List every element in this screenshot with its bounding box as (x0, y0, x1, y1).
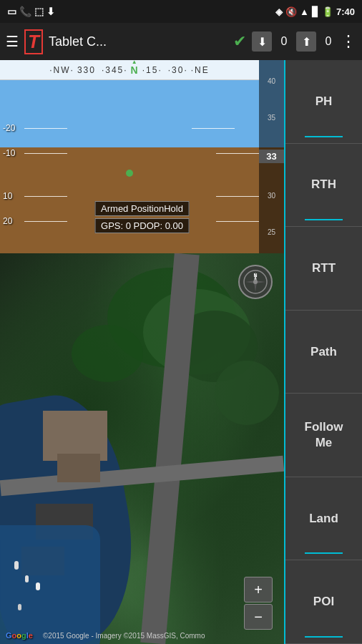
down-counter: 0 (278, 35, 290, 48)
compass-15: ·15· (142, 65, 162, 75)
google-g: G (6, 631, 12, 640)
mode-poi-button[interactable]: POI (285, 560, 362, 644)
status-icons-right: ◈ 🔇 ▲ ▊ 🔋 7:40 (275, 6, 355, 17)
up-counter: 0 (322, 35, 335, 48)
pitch-pos20-bar-right (216, 221, 259, 222)
battery-icon: 🔋 (322, 6, 333, 17)
pitch-neg20-bar-left (24, 128, 67, 129)
google-e: e (29, 631, 33, 640)
title-controls: ✔ ⬇ 0 ⬆ 0 ⋮ (233, 31, 356, 52)
status-icons-left: ▭ 📞 ⬚ ⬇ (7, 6, 55, 17)
right-panel: PH RTH RTT Path FollowMe Land POI (284, 60, 362, 644)
boat-1 (14, 561, 19, 570)
pitch-pos10-bar-right (216, 196, 259, 197)
boat-2 (25, 575, 29, 582)
zoom-controls: + − (244, 577, 273, 630)
more-options-button[interactable]: ⋮ (341, 32, 356, 51)
download-icon: ⬇ (47, 6, 55, 17)
upload-button[interactable]: ⬆ (296, 31, 316, 52)
rth-underline (305, 219, 343, 220)
pitch-neg20-bar-right (192, 128, 235, 129)
mode-ph-label: PH (315, 94, 333, 109)
download-button[interactable]: ⬇ (252, 31, 272, 52)
pitch-pos10-bar-left (24, 196, 67, 197)
pitch-neg10-label: -10 (3, 148, 21, 158)
land-underline (305, 552, 343, 554)
tree-cluster-5 (215, 361, 279, 425)
alt-current: 33 (259, 150, 284, 163)
mode-follow-me-button[interactable]: FollowMe (285, 394, 362, 477)
pitch-neg10-bar-left (24, 153, 67, 154)
tree-cluster-4 (72, 325, 143, 382)
mode-land-label: Land (309, 512, 338, 526)
left-panel: ·NW· 330 ·345· N ·15· ·30· ·NE 40 35 33 … (0, 60, 284, 644)
mode-rth-label: RTH (311, 177, 336, 192)
svg-text:N: N (253, 273, 257, 278)
mode-rtt-button[interactable]: RTT (285, 227, 362, 311)
main-content: ·NW· 330 ·345· N ·15· ·30· ·NE 40 35 33 … (0, 60, 362, 644)
phone-icon: 📞 (19, 6, 31, 17)
pitch-neg10-bar-right (216, 153, 259, 154)
marina-water (0, 525, 100, 644)
compass-bar: ·NW· 330 ·345· N ·15· ·30· ·NE (0, 60, 259, 80)
mode-path-button[interactable]: Path (285, 311, 362, 394)
time-display: 7:40 (336, 6, 355, 17)
google-g2: g (21, 631, 26, 640)
location-icon: ◈ (275, 6, 283, 17)
hud-area: ·NW· 330 ·345· N ·15· ·30· ·NE 40 35 33 … (0, 60, 284, 253)
mode-rtt-label: RTT (312, 261, 336, 275)
compass-30: ·30· (168, 65, 188, 75)
map-area[interactable]: N + − Google ©2015 Google - Imagery ©201… (0, 253, 284, 644)
mode-path-label: Path (310, 345, 337, 359)
pitch-pos10: 10 (0, 191, 259, 201)
pitch-pos20-label: 20 (3, 216, 21, 226)
alt-25: 25 (268, 228, 275, 236)
zoom-in-button[interactable]: + (244, 577, 273, 602)
building-2 (57, 454, 100, 482)
gps-status: GPS: 0 PDOP: 0.00 (94, 218, 190, 233)
android-icon: ⬚ (34, 6, 44, 17)
mute-icon: 🔇 (285, 6, 297, 17)
hamburger-menu[interactable]: ☰ (6, 33, 19, 50)
wifi-icon: ▲ (300, 6, 309, 17)
compass-345: ·345· (102, 65, 128, 75)
mode-follow-me-label: FollowMe (305, 419, 343, 451)
pitch-neg10: -10 (0, 148, 259, 158)
check-icon: ✔ (233, 32, 246, 51)
pitch-neg20-label: -20 (3, 123, 21, 133)
boat-4 (18, 604, 21, 610)
sim-icon: ▭ (7, 6, 16, 17)
compass-rose-svg: N (243, 269, 268, 295)
svg-point-5 (253, 280, 258, 284)
alt-40: 40 (268, 77, 275, 85)
compass-330: 330 (77, 65, 96, 75)
alt-35: 35 (268, 114, 275, 122)
status-bar: ▭ 📞 ⬚ ⬇ ◈ 🔇 ▲ ▊ 🔋 7:40 (0, 0, 362, 23)
pitch-neg20: -20 (0, 123, 259, 133)
app-logo: T (24, 29, 43, 54)
pitch-pos10-label: 10 (3, 191, 21, 201)
mode-rth-button[interactable]: RTH (285, 144, 362, 228)
compass-north: N (131, 64, 140, 76)
google-watermark: Google (6, 631, 33, 640)
pitch-pos20-bar-left (24, 221, 67, 222)
signal-icon: ▊ (312, 6, 319, 17)
zoom-out-button[interactable]: − (244, 604, 273, 630)
mode-poi-label: POI (313, 595, 334, 609)
boat-3 (36, 582, 40, 590)
title-bar: ☰ T Tablet C... ✔ ⬇ 0 ⬆ 0 ⋮ (0, 23, 362, 60)
poi-underline (305, 636, 343, 638)
app-title: Tablet C... (49, 34, 228, 49)
horizon-indicator (126, 170, 133, 177)
ph-underline (305, 136, 343, 137)
alt-30: 30 (268, 192, 275, 200)
compass-ne: ·NE (191, 65, 210, 75)
mode-ph-button[interactable]: PH (285, 60, 362, 144)
mode-land-button[interactable]: Land (285, 477, 362, 561)
compass-nw: ·NW· (49, 65, 74, 75)
map-compass: N (238, 265, 273, 299)
armed-status: Armed PositionHold (94, 201, 190, 216)
altitude-scale: 40 35 33 30 25 (259, 60, 284, 253)
map-copyright: ©2015 Google - Imagery ©2015 MassGIS, Co… (43, 632, 205, 640)
